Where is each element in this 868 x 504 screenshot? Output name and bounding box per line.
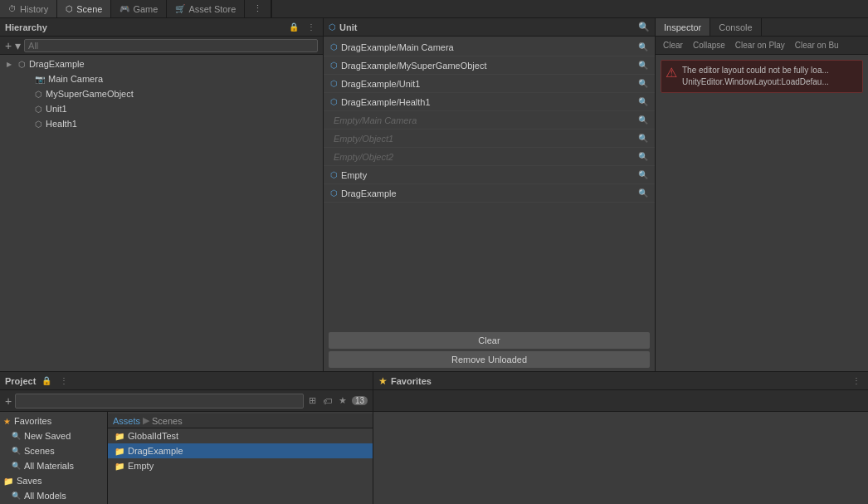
tab-inspector[interactable]: Inspector — [656, 18, 710, 36]
unit-clear-button[interactable]: Clear — [329, 332, 650, 349]
search-icon: 🔍 — [12, 447, 21, 455]
unit-item-name: DragExample/MySuperGameObject — [341, 61, 635, 71]
unit-item-mysupergameobject[interactable]: ⬡ DragExample/MySuperGameObject 🔍 — [324, 56, 655, 75]
tab-console[interactable]: Console — [710, 18, 761, 36]
hierarchy-add-button[interactable]: + ▾ — [5, 40, 21, 51]
hierarchy-item-dragexample[interactable]: ▶ ⬡ DragExample — [0, 56, 323, 71]
unit-item-search-icon[interactable]: 🔍 — [638, 115, 648, 125]
right-tabs: Inspector Console — [656, 18, 868, 37]
unit-item-unit1[interactable]: ⬡ DragExample/Unit1 🔍 — [324, 75, 655, 93]
unit-remove-unloaded-button[interactable]: Remove Unloaded — [329, 351, 650, 368]
gameobject-icon: ⬡ — [35, 90, 42, 99]
sidebar-item-label: Scenes — [24, 446, 55, 456]
sidebar-item-all-models[interactable]: 🔍 All Models — [0, 488, 107, 503]
favorites-star-icon: ★ — [3, 417, 11, 426]
project-search-input[interactable] — [15, 394, 304, 409]
project-menu-icon[interactable]: ⋮ — [57, 375, 71, 386]
tab-menu-icon[interactable]: ⋮ — [245, 0, 271, 17]
hierarchy-lock-icon[interactable]: 🔒 — [286, 22, 301, 32]
file-item-empty[interactable]: 📁 Empty — [108, 458, 373, 473]
search-icon: 🔍 — [12, 492, 21, 500]
project-add-button[interactable]: + — [5, 394, 12, 408]
favorites-star-icon: ★ — [378, 375, 388, 387]
tab-menu-dots: ⋮ — [253, 3, 262, 14]
sidebar-item-new-saved[interactable]: 🔍 New Saved — [0, 428, 107, 443]
project-panel: Project 🔒 ⋮ + ⊞ 🏷 ★ 13 ★ Favorites � — [0, 372, 373, 504]
sidebar-item-scenes[interactable]: 🔍 Scenes — [0, 443, 107, 458]
tab-scene[interactable]: ⬡ Scene — [57, 0, 111, 17]
hierarchy-menu-icon[interactable]: ⋮ — [305, 22, 318, 32]
unit-item-search-icon[interactable]: 🔍 — [638, 97, 648, 106]
unit-item-maincamera[interactable]: ⬡ DragExample/Main Camera 🔍 — [324, 38, 655, 56]
unit-item-search-icon[interactable]: 🔍 — [638, 152, 648, 161]
file-item-globalidtest[interactable]: 📁 GlobalIdTest — [108, 428, 373, 443]
unit-item-empty-obj2[interactable]: Empty/Object2 🔍 — [324, 148, 655, 166]
inspector-clear-button[interactable]: Clear — [659, 40, 687, 51]
favorites-menu-icon[interactable]: ⋮ — [850, 375, 863, 386]
sidebar-item-all-materials[interactable]: 🔍 All Materials — [0, 458, 107, 473]
hierarchy-panel: Hierarchy 🔒 ⋮ + ▾ ▶ ⬡ DragExample 📷 Main… — [0, 18, 324, 371]
unit-item-empty[interactable]: ⬡ Empty 🔍 — [324, 166, 655, 184]
inspector-collapse-button[interactable]: Collapse — [689, 40, 729, 51]
main-area: Hierarchy 🔒 ⋮ + ▾ ▶ ⬡ DragExample 📷 Main… — [0, 18, 868, 371]
hierarchy-item-health1[interactable]: ⬡ Health1 — [0, 116, 323, 131]
tab-assetstore[interactable]: 🛒 Asset Store — [167, 0, 245, 17]
tab-game[interactable]: 🎮 Game — [111, 0, 167, 17]
unit-item-search-icon[interactable]: 🔍 — [638, 170, 648, 179]
project-tag-icon[interactable]: 🏷 — [321, 395, 334, 407]
unit-item-search-icon[interactable]: 🔍 — [638, 79, 648, 88]
hierarchy-item-unit1[interactable]: ⬡ Unit1 — [0, 101, 323, 116]
project-body: ★ Favorites 🔍 New Saved 🔍 Scenes 🔍 All M… — [0, 412, 373, 504]
breadcrumb: Assets ▶ Scenes — [108, 413, 373, 428]
folder-icon: 📁 — [115, 462, 124, 471]
project-sidebar-tree: ★ Favorites 🔍 New Saved 🔍 Scenes 🔍 All M… — [0, 412, 108, 504]
breadcrumb-assets[interactable]: Assets — [113, 416, 140, 426]
hierarchy-content: ▶ ⬡ DragExample 📷 Main Camera ⬡ MySuperG… — [0, 55, 323, 371]
unit-item-search-icon[interactable]: 🔍 — [638, 134, 648, 143]
sidebar-item-label: New Saved — [24, 431, 71, 441]
unit-search-button[interactable]: 🔍 — [638, 22, 650, 32]
gameobject-icon: ⬡ — [18, 60, 26, 69]
unit-item-icon: ⬡ — [330, 79, 338, 88]
unit-item-health1[interactable]: ⬡ DragExample/Health1 🔍 — [324, 93, 655, 111]
sidebar-item-label: All Materials — [24, 461, 74, 471]
unit-item-search-icon[interactable]: 🔍 — [638, 42, 648, 51]
project-toolbar-icons: ⊞ 🏷 ★ 13 — [307, 394, 368, 407]
tab-console-label: Console — [719, 22, 752, 32]
sidebar-item-saves[interactable]: 📁 Saves — [0, 473, 107, 488]
project-toolbar: + ⊞ 🏷 ★ 13 — [0, 390, 373, 412]
unit-item-search-icon[interactable]: 🔍 — [638, 188, 648, 198]
hierarchy-search-input[interactable] — [24, 39, 318, 52]
hierarchy-item-maincamera[interactable]: 📷 Main Camera — [0, 71, 323, 86]
favorites-toolbar — [373, 390, 868, 412]
unit-item-name: DragExample — [341, 188, 635, 198]
project-star-icon[interactable]: ★ — [337, 394, 349, 407]
bottom-area: Project 🔒 ⋮ + ⊞ 🏷 ★ 13 ★ Favorites � — [0, 371, 868, 504]
hierarchy-header: Hierarchy 🔒 ⋮ — [0, 18, 323, 37]
unit-item-empty-obj1[interactable]: Empty/Object1 🔍 — [324, 130, 655, 148]
tab-inspector-label: Inspector — [664, 22, 701, 32]
sidebar-item-label: Saves — [17, 476, 42, 486]
history-icon: ⏱ — [8, 4, 17, 13]
search-icon: 🔍 — [12, 462, 21, 470]
unit-item-icon: ⬡ — [330, 188, 338, 198]
inspector-clear-on-play-button[interactable]: Clear on Play — [731, 40, 789, 51]
sidebar-item-favorites[interactable]: ★ Favorites — [0, 413, 107, 428]
favorites-header: ★ Favorites ⋮ — [373, 372, 868, 390]
hierarchy-item-mysupergameobject[interactable]: ⬡ MySuperGameObject — [0, 86, 323, 101]
unit-actions: Clear Remove Unloaded — [324, 329, 655, 371]
favorites-content — [373, 412, 868, 504]
folder-icon: 📁 — [115, 447, 124, 456]
unit-title: Unit — [339, 22, 635, 32]
tab-game-label: Game — [133, 4, 158, 14]
inspector-clear-on-build-button[interactable]: Clear on Bu — [791, 40, 843, 51]
tab-history[interactable]: ⏱ History — [0, 0, 57, 17]
project-lock-icon[interactable]: 🔒 — [39, 375, 54, 386]
unit-item-empty-maincamera[interactable]: Empty/Main Camera 🔍 — [324, 111, 655, 130]
inspector-console-panel: Inspector Console Clear Collapse Clear o… — [656, 18, 868, 371]
file-item-dragexample[interactable]: 📁 DragExample — [108, 443, 373, 458]
folder-icon: 📁 — [3, 477, 13, 486]
unit-item-search-icon[interactable]: 🔍 — [638, 61, 648, 70]
project-grid-icon[interactable]: ⊞ — [307, 394, 318, 407]
unit-item-dragexample[interactable]: ⬡ DragExample 🔍 — [324, 184, 655, 203]
